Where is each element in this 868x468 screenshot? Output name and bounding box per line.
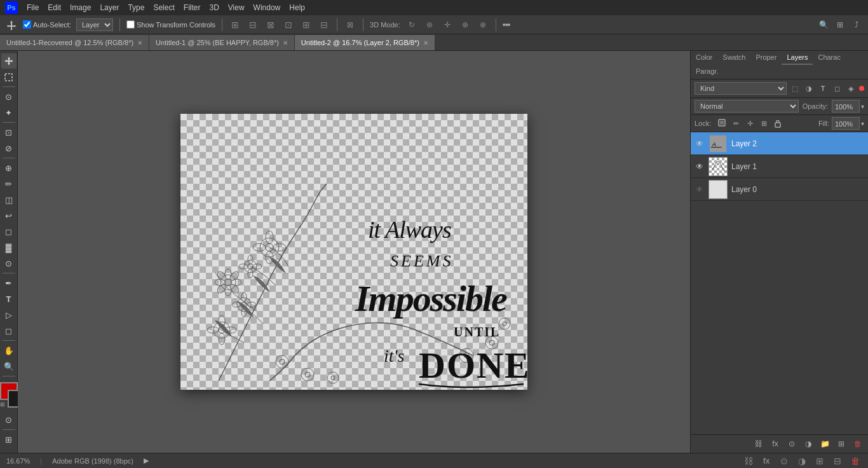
statusbar-group-icon[interactable]: ⊞ [813, 455, 826, 467]
align-left-icon[interactable]: ⊞ [229, 18, 241, 31]
3d-slide-icon[interactable]: ⊕ [459, 18, 471, 31]
menu-file[interactable]: File [27, 3, 39, 12]
dodge-btn[interactable]: ⊙ [1, 256, 17, 271]
eraser-btn[interactable]: ◻ [1, 224, 17, 239]
statusbar-delete-icon[interactable]: 🗑 [849, 455, 862, 467]
zoom-btn[interactable]: 🔍 [1, 359, 17, 374]
3d-rotate-icon[interactable]: ↻ [405, 18, 418, 31]
tab-close-1[interactable]: ✕ [283, 39, 288, 46]
layer-item-layer0[interactable]: 👁 Layer 0 [691, 178, 868, 201]
tab-close-0[interactable]: ✕ [137, 39, 142, 46]
menu-help[interactable]: Help [289, 3, 305, 12]
pixel-filter-icon[interactable]: ⬚ [789, 83, 801, 94]
gradient-btn[interactable]: ▓ [1, 240, 17, 255]
align-middle-icon[interactable]: ⊞ [300, 18, 313, 31]
tab-color[interactable]: Color [691, 51, 717, 65]
smart-filter-icon[interactable]: ◈ [845, 83, 857, 94]
clone-btn[interactable]: ◫ [1, 192, 17, 207]
3d-roll-icon[interactable]: ⊛ [423, 18, 436, 31]
statusbar-mask-icon[interactable]: ⊙ [778, 455, 790, 467]
lasso-tool-btn[interactable]: ⊙ [1, 89, 17, 104]
layer2-visibility-eye[interactable]: 👁 [695, 139, 705, 149]
tab-paragr[interactable]: Paragr. [691, 65, 723, 79]
crop-tool-btn[interactable]: ⊡ [1, 125, 17, 140]
share-icon[interactable]: ⤴ [850, 18, 863, 31]
delete-layer-icon[interactable]: 🗑 [851, 437, 864, 450]
history-btn[interactable]: ↩ [1, 208, 17, 223]
more-options-dots[interactable]: ••• [503, 20, 510, 30]
3d-scale-icon[interactable]: ⊗ [477, 18, 489, 31]
eyedropper-btn[interactable]: ⊘ [1, 141, 17, 156]
3d-pan-icon[interactable]: ✛ [441, 18, 454, 31]
statusbar-adj-icon[interactable]: ◑ [796, 455, 808, 467]
layer-select[interactable]: Layer [76, 18, 113, 31]
tab-untitled1-recovered[interactable]: Untitled-1-Recovered @ 12.5% (RGB/8*) ✕ [0, 35, 149, 50]
layer1-visibility-eye[interactable]: 👁 [695, 162, 705, 172]
tab-untitled1[interactable]: Untitled-1 @ 25% (BE HAPPY, RGB/8*) ✕ [149, 35, 295, 50]
blend-mode-select[interactable]: Normal [695, 100, 799, 113]
adj-filter-icon[interactable]: ◑ [803, 83, 815, 94]
menu-image[interactable]: Image [70, 3, 91, 12]
path-selection-btn[interactable]: ▷ [1, 307, 17, 322]
screen-mode-btn[interactable]: ⊞ [1, 432, 17, 447]
menu-layer[interactable]: Layer [100, 3, 119, 12]
lock-all-icon[interactable] [772, 118, 783, 129]
layer-item-layer1[interactable]: 👁 Layer 1 [691, 155, 868, 178]
layer-item-layer2[interactable]: 👁 A Layer 2 [691, 132, 868, 155]
statusbar-link-icon[interactable]: ⛓ [742, 455, 755, 467]
canvas-area[interactable]: it Always SEEMS Impossible UNTIL it's DO… [18, 51, 690, 453]
shape-filter-icon[interactable]: ◻ [831, 83, 843, 94]
hand-btn[interactable]: ✋ [1, 343, 17, 358]
menu-type[interactable]: Type [128, 3, 144, 12]
statusbar-new-icon[interactable]: ⊟ [831, 455, 844, 467]
tab-swatch[interactable]: Swatch [717, 51, 750, 65]
selection-tool-btn[interactable] [1, 69, 17, 85]
transform-checkbox[interactable]: Show Transform Controls [126, 20, 215, 29]
search-icon[interactable]: 🔍 [817, 18, 830, 31]
type-btn[interactable]: T [1, 291, 17, 306]
opacity-chevron[interactable]: ▾ [861, 103, 864, 110]
tab-layers[interactable]: Layers [782, 51, 813, 65]
lock-image-icon[interactable]: ✏ [730, 118, 742, 129]
transform-input[interactable] [126, 20, 135, 29]
menu-edit[interactable]: Edit [48, 3, 61, 12]
statusbar-fx-icon[interactable]: fx [760, 455, 773, 467]
align-top-icon[interactable]: ⊡ [282, 18, 295, 31]
menu-filter[interactable]: Filter [184, 3, 201, 12]
fill-chevron[interactable]: ▾ [861, 120, 864, 127]
brush-btn[interactable]: ✏ [1, 176, 17, 191]
menu-3d[interactable]: 3D [209, 3, 219, 12]
healing-btn[interactable]: ⊕ [1, 160, 17, 176]
layer-mask-icon[interactable]: ⊙ [785, 437, 798, 450]
lock-artboard-icon[interactable]: ⊞ [758, 118, 770, 129]
tab-proper[interactable]: Proper [750, 51, 782, 65]
quick-mask-btn[interactable]: ⊙ [1, 412, 17, 427]
menu-select[interactable]: Select [153, 3, 174, 12]
status-arrow[interactable]: ▶ [144, 457, 149, 465]
layers-kind-select[interactable]: Kind [695, 82, 787, 95]
layer-style-icon[interactable]: fx [769, 437, 782, 450]
menu-window[interactable]: Window [254, 3, 281, 12]
pen-btn[interactable]: ✒ [1, 275, 17, 291]
menu-view[interactable]: View [228, 3, 245, 12]
tab-charac[interactable]: Charac [813, 51, 845, 65]
align-right-icon[interactable]: ⊠ [264, 18, 277, 31]
auto-select-input[interactable] [23, 20, 31, 29]
lock-position-icon[interactable]: ✛ [744, 118, 756, 129]
auto-select-checkbox[interactable]: Auto-Select: [23, 20, 71, 29]
adjustment-layer-icon[interactable]: ◑ [802, 437, 815, 450]
align-bottom-icon[interactable]: ⊟ [318, 18, 330, 31]
distribute-icon[interactable]: ⊠ [344, 18, 356, 31]
align-center-icon[interactable]: ⊟ [247, 18, 259, 31]
magic-wand-btn[interactable]: ✦ [1, 105, 17, 120]
arrange-icon[interactable]: ⊞ [834, 18, 846, 31]
group-layers-icon[interactable]: 📁 [818, 437, 831, 450]
type-filter-icon[interactable]: T [817, 83, 829, 94]
color-reset-btn[interactable]: ⊞ [0, 401, 5, 408]
layer0-visibility-eye[interactable]: 👁 [695, 184, 705, 195]
move-tool-btn[interactable] [1, 53, 17, 69]
link-layers-icon[interactable]: ⛓ [752, 437, 765, 450]
tab-untitled2[interactable]: Untitled-2 @ 16.7% (Layer 2, RGB/8*) ✕ [295, 35, 435, 50]
shape-btn[interactable]: ◻ [1, 323, 17, 338]
new-layer-icon[interactable]: ⊞ [835, 437, 848, 450]
